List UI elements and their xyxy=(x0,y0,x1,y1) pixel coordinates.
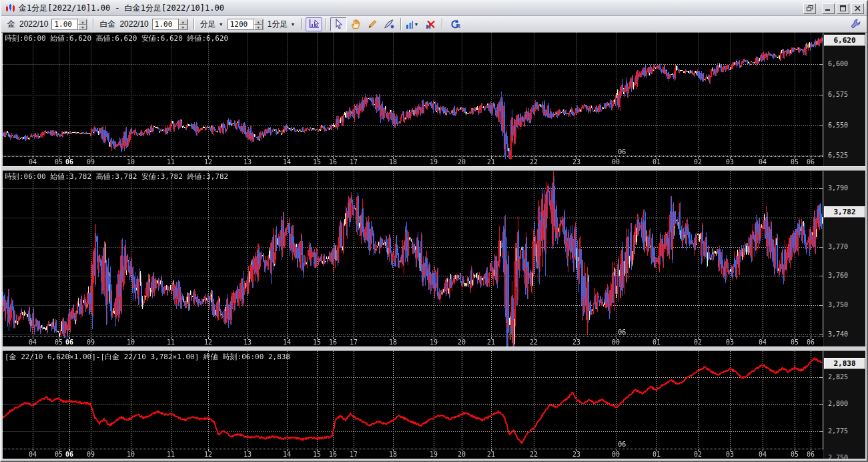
reload-chart-button[interactable]: R xyxy=(446,17,463,31)
spin-up-icon[interactable]: ▲ xyxy=(254,19,263,25)
spread-current-price-badge: 2,838 xyxy=(824,358,865,369)
gold-current-price-badge: 6,620 xyxy=(824,35,865,46)
platinum-symbol-label: 白金 xyxy=(99,19,115,30)
y-axis-label: 2,800 xyxy=(828,400,848,407)
candlestick-app-icon xyxy=(5,4,15,13)
platinum-chart-panel[interactable]: 時刻:06:00 始値:3,782 高値:3,782 安値:3,782 終値:3… xyxy=(3,171,865,346)
pointer-tool-button[interactable] xyxy=(330,17,347,31)
maximize-button[interactable] xyxy=(837,3,849,14)
pointer-icon xyxy=(334,19,344,29)
bar-type-dropdown[interactable]: 分足 xyxy=(200,19,216,30)
chevron-down-icon[interactable]: ▼ xyxy=(219,22,224,27)
spread-price-scale[interactable]: 2,838 2,8252,8002,7752,750 xyxy=(823,351,865,459)
red-x-chart-icon xyxy=(425,19,436,29)
y-axis-label: 2,825 xyxy=(828,373,848,381)
spin-up-icon[interactable]: ▲ xyxy=(78,19,87,25)
separator xyxy=(400,18,402,30)
separator xyxy=(301,18,302,30)
window-title: 金1分足[2022/10]1.00 - 白金1分足[2022/10]1.00 xyxy=(19,3,801,14)
y-axis-label: 3,740 xyxy=(828,330,848,338)
gold-scale-input[interactable] xyxy=(51,19,78,30)
y-axis-label: 6,575 xyxy=(828,91,848,98)
spin-down-icon[interactable]: ▼ xyxy=(179,25,187,30)
separator xyxy=(93,18,94,30)
clear-indicators-button[interactable] xyxy=(422,17,438,31)
gold-chart-panel[interactable]: 時刻:06:00 始値:6,620 高値:6,620 安値:6,620 終値:6… xyxy=(3,33,865,166)
restore-window-button[interactable] xyxy=(803,3,816,14)
close-button[interactable] xyxy=(851,3,864,14)
panel-splitter[interactable] xyxy=(3,346,865,351)
separator xyxy=(442,18,443,30)
gold-symbol-label: 金 xyxy=(7,19,15,30)
pen-annotate-tool-button[interactable] xyxy=(380,17,397,31)
chart-cursor-icon xyxy=(308,19,320,29)
interval-dropdown[interactable]: 1分足 xyxy=(268,19,288,30)
y-axis-label: 6,600 xyxy=(828,60,848,67)
bar-chart-icon xyxy=(406,19,413,29)
platinum-price-scale[interactable]: 3,782 3,7903,7703,7603,7503,740 xyxy=(823,171,865,346)
spread-line-canvas[interactable] xyxy=(3,351,823,459)
separator xyxy=(326,18,327,30)
y-axis-label: 2,775 xyxy=(828,427,848,435)
platinum-candlestick-canvas[interactable] xyxy=(3,171,823,346)
chart-area: 時刻:06:00 始値:6,620 高値:6,620 安値:6,620 終値:6… xyxy=(3,33,865,459)
y-axis-label: 2,750 xyxy=(828,454,848,459)
platinum-scale-spinner[interactable]: ▲▼ xyxy=(179,19,188,30)
gold-scale-spinner[interactable]: ▲▼ xyxy=(78,19,87,30)
spread-chart-panel[interactable]: [金 22/10 6,620×1.00]-[白金 22/10 3,782×1.0… xyxy=(3,351,865,459)
separator xyxy=(193,18,195,30)
bar-count-input[interactable] xyxy=(228,19,254,30)
gold-contract-month[interactable]: 2022/10 xyxy=(19,19,48,29)
chevron-down-icon[interactable]: ▼ xyxy=(290,22,295,27)
y-axis-label: 3,760 xyxy=(828,272,848,279)
minimize-button[interactable] xyxy=(822,3,835,14)
platinum-current-price-badge: 3,782 xyxy=(824,206,865,218)
settings-wrench-icon[interactable] xyxy=(850,18,861,31)
platinum-scale-input[interactable] xyxy=(152,19,179,30)
platinum-contract-month[interactable]: 2022/10 xyxy=(119,19,148,29)
chart-type-menu-button[interactable]: ▼ xyxy=(405,17,422,31)
spin-down-icon[interactable]: ▼ xyxy=(78,25,87,30)
reload-icon: R xyxy=(449,19,461,29)
spin-down-icon[interactable]: ▼ xyxy=(254,25,263,30)
bar-count-spinner[interactable]: ▲▼ xyxy=(254,19,264,30)
pan-hand-tool-button[interactable] xyxy=(347,17,364,31)
titlebar[interactable]: 金1分足[2022/10]1.00 - 白金1分足[2022/10]1.00 xyxy=(1,1,867,16)
y-axis-label: 3,770 xyxy=(828,243,848,250)
pen-icon xyxy=(383,19,395,29)
hand-icon xyxy=(350,19,361,29)
toolbar: 金 2022/10 ▲▼ 白金 2022/10 ▲▼ 分足 ▼ ▲▼ 1分足 ▼ xyxy=(1,16,867,33)
panel-splitter[interactable] xyxy=(3,166,865,171)
gold-candlestick-canvas[interactable] xyxy=(3,33,823,166)
y-axis-label: 6,550 xyxy=(828,122,848,129)
spin-up-icon[interactable]: ▲ xyxy=(179,19,187,25)
svg-text:R: R xyxy=(456,23,460,29)
y-axis-label: 3,790 xyxy=(828,184,848,192)
chevron-down-icon[interactable]: ▼ xyxy=(414,22,418,27)
chart-app-window: 金1分足[2022/10]1.00 - 白金1分足[2022/10]1.00 金… xyxy=(0,0,868,462)
pencil-icon xyxy=(367,19,378,29)
chart-cursor-tool-button[interactable] xyxy=(306,17,322,31)
gold-price-scale[interactable]: 6,620 6,6006,5756,5506,525 xyxy=(823,33,865,166)
pencil-tool-button[interactable] xyxy=(364,17,380,31)
y-axis-label: 3,750 xyxy=(828,301,848,308)
y-axis-label: 6,525 xyxy=(828,152,848,159)
